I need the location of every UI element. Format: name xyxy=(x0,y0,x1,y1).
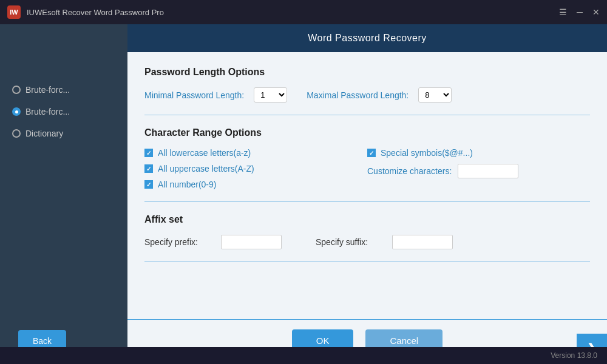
app-title: IUWEsoft Recover Word Password Pro xyxy=(27,8,164,17)
minimal-label: Minimal Password Length: xyxy=(144,90,244,100)
suffix-input[interactable] xyxy=(392,235,453,249)
divider-2 xyxy=(144,201,590,202)
lowercase-label: All lowercase letters(a-z) xyxy=(158,148,251,158)
customize-label: Customize characters: xyxy=(367,166,452,176)
suffix-label: Specify suffix: xyxy=(316,237,382,247)
sidebar-item-dictionary[interactable]: Dictionary xyxy=(12,129,127,138)
sidebar: Brute-forc... Brute-forc... Dictionary xyxy=(0,24,127,364)
password-length-title: Password Length Options xyxy=(144,67,590,78)
minimal-password-length-select[interactable]: 1234 5678 xyxy=(254,87,287,103)
password-length-row: Minimal Password Length: 1234 5678 Maxim… xyxy=(144,87,590,103)
sidebar-item-brute-force-2[interactable]: Brute-forc... xyxy=(12,107,127,116)
customize-input[interactable] xyxy=(458,164,518,178)
lowercase-option[interactable]: All lowercase letters(a-z) xyxy=(144,148,367,158)
app-logo: IW xyxy=(7,5,21,19)
window-controls: ☰ ─ ✕ xyxy=(559,8,600,16)
lowercase-checkbox[interactable] xyxy=(144,149,153,157)
menu-button[interactable]: ☰ xyxy=(559,8,567,16)
dialog-header: Word Password Recovery xyxy=(127,24,607,52)
prefix-label: Specify prefix: xyxy=(144,237,211,247)
radio-brute-force-1[interactable] xyxy=(12,86,21,94)
maximal-password-length-select[interactable]: 1234 5678 9101112 xyxy=(418,87,452,103)
sidebar-label-dictionary: Dictionary xyxy=(25,129,63,138)
uppercase-checkbox[interactable] xyxy=(144,164,153,173)
version-text: Version 13.8.0 xyxy=(551,351,597,360)
sidebar-label-brute-force-2: Brute-forc... xyxy=(25,107,70,116)
numbers-option[interactable]: All number(0-9) xyxy=(144,180,367,189)
sidebar-item-brute-force-1[interactable]: Brute-forc... xyxy=(12,85,127,95)
dialog-title: Word Password Recovery xyxy=(308,33,427,43)
special-option[interactable]: Special symbois($@#...) xyxy=(367,148,590,158)
customize-row: Customize characters: xyxy=(367,164,590,178)
affix-row: Specify prefix: Specify suffix: xyxy=(144,235,590,249)
sidebar-label-brute-force-1: Brute-forc... xyxy=(25,85,70,95)
radio-dictionary[interactable] xyxy=(12,129,21,138)
uppercase-label: All uppercase letters(A-Z) xyxy=(158,164,254,174)
special-label: Special symbois($@#...) xyxy=(381,148,473,158)
numbers-checkbox[interactable] xyxy=(144,180,153,189)
suffix-group: Specify suffix: xyxy=(316,235,453,249)
divider-3 xyxy=(144,261,590,262)
maximal-label: Maximal Password Length: xyxy=(307,90,409,100)
prefix-input[interactable] xyxy=(221,235,282,249)
version-bar: Version 13.8.0 xyxy=(0,347,607,364)
uppercase-option[interactable]: All uppercase letters(A-Z) xyxy=(144,164,367,174)
titlebar: IW IUWEsoft Recover Word Password Pro ☰ … xyxy=(0,0,607,24)
special-checkbox[interactable] xyxy=(367,149,376,157)
numbers-label: All number(0-9) xyxy=(158,180,216,189)
dialog: Word Password Recovery Password Length O… xyxy=(127,24,607,364)
affix-set-title: Affix set xyxy=(144,214,590,225)
character-range-title: Character Range Options xyxy=(144,127,590,138)
main-area: Brute-forc... Brute-forc... Dictionary W… xyxy=(0,24,607,364)
divider-1 xyxy=(144,115,590,115)
radio-brute-force-2[interactable] xyxy=(12,107,21,116)
minimize-button[interactable]: ─ xyxy=(577,8,583,16)
close-button[interactable]: ✕ xyxy=(592,8,600,16)
dialog-body: Password Length Options Minimal Password… xyxy=(127,52,607,319)
